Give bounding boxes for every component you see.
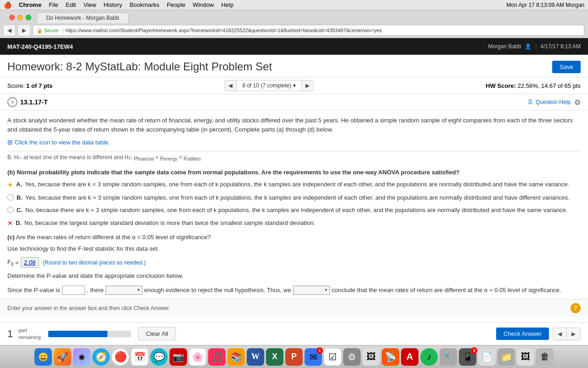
menu-bookmarks[interactable]: Bookmarks xyxy=(130,1,159,8)
pvalue-dropdown1[interactable]: is is not xyxy=(106,286,142,295)
dock-siri[interactable]: ◉ xyxy=(73,348,90,366)
app3-badge: 3 xyxy=(471,347,477,354)
option-d-text: No, because the largest sample standard … xyxy=(24,218,315,228)
dock-calendar[interactable]: 📅 xyxy=(131,348,148,366)
dock-system-prefs[interactable]: ⚙ xyxy=(343,348,361,366)
secure-label: Secure xyxy=(44,28,59,33)
help-icon[interactable]: ? xyxy=(571,303,581,313)
menu-chrome[interactable]: Chrome xyxy=(19,1,41,8)
close-button[interactable] xyxy=(9,15,15,20)
dock-reminder[interactable]: ☑ xyxy=(324,348,341,366)
f-round-note: (Round to two decimal places as needed.) xyxy=(43,259,146,267)
dropdown-wrapper-2: can cannot ▼ xyxy=(293,286,330,295)
dock-chrome[interactable]: 🔴 xyxy=(112,348,129,366)
remaining-text: remaining xyxy=(18,334,40,340)
dock-itunes[interactable]: 🎵 xyxy=(208,348,226,366)
answer-option-c[interactable]: C. No, because there are k = 3 simple ra… xyxy=(7,205,581,216)
dock-powerpoint[interactable]: P xyxy=(285,348,303,366)
pvalue-input[interactable] xyxy=(62,286,85,295)
pvalue-line: Since the P-value is , there is is not ▼… xyxy=(7,284,581,296)
menu-people[interactable]: People xyxy=(167,1,185,8)
dock-unknown1[interactable]: 🖼 xyxy=(362,348,380,366)
menu-edit[interactable]: Edit xyxy=(66,1,76,8)
dock-finder[interactable]: 😀 xyxy=(34,348,52,366)
dock-photos[interactable]: 🌸 xyxy=(189,348,206,366)
bottom-bar: 1 part remaining Clear All Check Answer … xyxy=(0,322,588,345)
part-info: part remaining xyxy=(18,327,40,340)
check-answer-button[interactable]: Check Answer xyxy=(496,328,549,340)
page-header: Homework: 8-2 MyStatLab: Module Eight Pr… xyxy=(0,55,588,77)
answer-option-d[interactable]: ✕ D. No, because the largest sample stan… xyxy=(7,218,581,229)
dock-acrobat[interactable]: A xyxy=(401,348,418,366)
radio-b xyxy=(7,194,14,201)
determine-text: Determine the P-value and state the appr… xyxy=(7,271,581,281)
pvalue-enough: enough evidence to reject the null hypot… xyxy=(144,284,291,296)
dock-spotify[interactable]: ♪ xyxy=(420,348,438,366)
answer-option-a[interactable]: ★ A. Yes, because there are k = 3 simple… xyxy=(7,179,581,190)
dock-launchpad[interactable]: 🚀 xyxy=(54,348,71,366)
option-b-label: B. xyxy=(17,193,23,202)
menu-window[interactable]: Window xyxy=(192,1,214,8)
menu-items: Chrome File Edit View History Bookmarks … xyxy=(19,1,507,8)
question-help-button[interactable]: ☰ Question Help xyxy=(528,99,571,105)
question-selector[interactable]: 8 of 10 (7 complete) ▾ xyxy=(238,80,300,91)
bottom-prev-button[interactable]: ◀ xyxy=(553,328,567,340)
answer-option-b[interactable]: B. Yes, because there are k = 3 simple r… xyxy=(7,192,581,203)
dock-word[interactable]: W xyxy=(247,348,264,366)
option-a-label: A. xyxy=(16,180,22,189)
url-text: https://www.mathxl.com/Student/PlayerHom… xyxy=(66,28,382,33)
save-button[interactable]: Save xyxy=(552,61,581,73)
address-bar[interactable]: 🔒 Secure | https://www.mathxl.com/Studen… xyxy=(33,25,584,36)
dock-safari[interactable]: 🧭 xyxy=(92,348,110,366)
hw-score-label: HW Score: xyxy=(486,82,516,89)
next-question-button[interactable]: ▶ xyxy=(301,80,313,91)
apple-menu[interactable]: 🍎 xyxy=(4,1,11,9)
option-a-text: Yes, because there are k = 3 simple rand… xyxy=(25,180,569,189)
data-table-link[interactable]: ⊞ Click the icon to view the data table. xyxy=(7,138,581,147)
dock-app4[interactable]: 📄 xyxy=(478,348,496,366)
dropdown-icon: ▾ xyxy=(293,82,296,89)
dock-collage[interactable]: 🖼 xyxy=(517,348,534,366)
dock-dish[interactable]: 📡 xyxy=(382,348,399,366)
dock-app3[interactable]: 📱 3 xyxy=(459,348,476,366)
menu-help[interactable]: Help xyxy=(221,1,234,8)
dock-finder2[interactable]: 📁 xyxy=(498,348,515,366)
browser-tab[interactable]: Do Homework - Morgan Babb xyxy=(37,12,129,23)
option-c-text: No, because there are k = 3 simple rando… xyxy=(25,206,567,215)
progress-bar-fill xyxy=(48,331,108,337)
dock-unknown2[interactable]: 🔧 xyxy=(440,348,457,366)
back-button[interactable]: ◀ xyxy=(4,25,16,35)
clear-all-button[interactable]: Clear All xyxy=(138,327,176,340)
part-b-label: (b) Normal probability plots indicate th… xyxy=(7,168,581,177)
fullscreen-button[interactable] xyxy=(26,15,31,20)
dock-messages[interactable]: 💬 xyxy=(150,348,168,366)
question-help-label: Question Help xyxy=(536,99,571,105)
mail-badge: 1 xyxy=(317,347,323,354)
minimize-button[interactable] xyxy=(17,15,23,20)
question-id: ✕ 13.1.17-T xyxy=(7,97,48,107)
forward-button[interactable]: ▶ xyxy=(18,25,30,35)
dock-mail[interactable]: ✉ 1 xyxy=(305,348,322,366)
part-b: (b) Normal probability plots indicate th… xyxy=(7,168,581,229)
dock-excel[interactable]: X xyxy=(266,348,283,366)
dock-photobooth[interactable]: 📷 xyxy=(170,348,187,366)
menu-datetime: Mon Apr 17 8:13:09 AM Morgan xyxy=(507,2,584,8)
option-c-label: C. xyxy=(17,206,23,215)
main-content: A stock analyst wondered whether the mea… xyxy=(0,110,588,299)
option-b-text: Yes, because there are k = 3 simple rand… xyxy=(25,193,570,202)
user-name: Morgan Babb xyxy=(488,43,521,50)
dock-ibooks[interactable]: 📚 xyxy=(227,348,245,366)
part-b-text: Normal probability plots indicate that t… xyxy=(17,169,459,176)
dock-trash[interactable]: 🗑 xyxy=(536,348,554,366)
question-id-icon: ✕ xyxy=(7,97,17,107)
option-d-label: D. xyxy=(16,218,22,228)
settings-icon[interactable]: ⚙ xyxy=(574,98,581,107)
menu-file[interactable]: File xyxy=(49,1,58,8)
bottom-next-button[interactable]: ▶ xyxy=(567,328,580,340)
pvalue-dropdown2[interactable]: can cannot xyxy=(293,286,330,295)
pvalue-there: , there xyxy=(87,284,104,296)
menu-view[interactable]: View xyxy=(83,1,96,8)
grid-icon: ⊞ xyxy=(7,138,13,147)
menu-history[interactable]: History xyxy=(103,1,122,8)
prev-question-button[interactable]: ◀ xyxy=(225,80,237,91)
